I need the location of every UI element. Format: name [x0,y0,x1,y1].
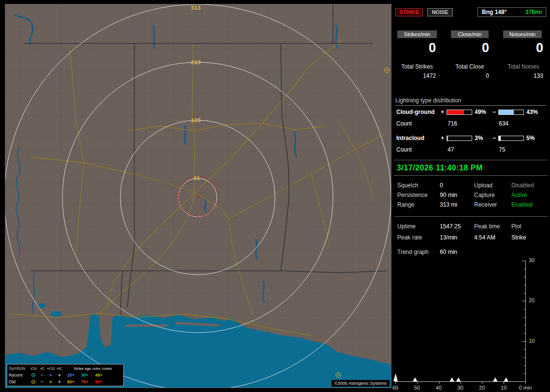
trend-x-tick [417,382,418,384]
upload-label: Upload [474,182,492,189]
strike-indicator-button[interactable]: STRIKE [395,8,423,16]
legend-col-neg-cg: -CG [29,366,38,371]
peak-rate-label: Peak rate [397,234,422,241]
trend-y-tick [524,357,525,358]
age-75: 75+ [78,379,92,384]
trend-x-tick [395,382,396,384]
trend-y-tick [522,341,525,342]
trend-y-tick [522,301,525,301]
total-strikes-label: Total Strikes [395,63,439,70]
trend-y-tick [524,333,525,334]
nexstorm-window: 313 219 125 31 Symbols -CG -IC +CG +IC S… [0,0,550,392]
trend-x-tick-label: 60 [386,385,405,391]
plot-label: Plot [511,223,521,230]
barrier-island [125,324,168,327]
age-15: 15+ [64,373,78,378]
capture-label: Capture [474,192,495,198]
pos-ic-count: 47 [448,146,454,153]
neg-cg-recent-icon [29,373,38,378]
trend-x-tick [504,382,504,384]
copyright-notice: ©2005 Astrogenic Systems [332,380,390,387]
neg-ic-old-icon [38,379,46,384]
uptime-value: 1547:25 [440,223,461,230]
plus-sign: + [441,135,444,141]
trend-y-tick [522,261,525,261]
noises-per-min-value: 0 [506,41,543,55]
uptime-label: Uptime [397,223,416,230]
pos-ic-old-icon [55,379,64,384]
age-90: 90+ [92,379,106,384]
range-ring-label: 313 [191,5,201,11]
pos-ic-bar [447,136,472,141]
trend-period-value: 60 min [440,249,457,255]
trend-y-tick [524,285,525,285]
age-60: 60+ [64,379,78,384]
legend-recent-label: Recent [9,373,29,378]
ic-count-label: Count [396,146,412,153]
trend-y-tick-label: 20 [529,297,535,303]
pos-cg-count: 716 [448,120,457,127]
range-ring-label: 125 [191,118,201,123]
persistence-label: Persistence [397,192,428,198]
range-value: 313 mi [440,201,457,208]
plus-sign: + [441,109,444,115]
total-strikes-value: 1472 [398,72,436,79]
trend-y-tick [524,269,525,269]
strikes-per-min-value: 0 [398,41,436,55]
trend-x-tick [482,382,482,384]
trend-y-tick [524,325,525,325]
divider [394,216,548,217]
noise-indicator-button[interactable]: NOISE [427,8,453,16]
cloud-ground-label: Cloud-ground [396,109,434,115]
trend-graph-label: Trend graph [397,249,429,255]
bearing-range-value: 378mi [525,9,542,15]
trend-y-tick-label: 30 [529,257,535,263]
peak-time-value: 4:54 AM [474,234,495,241]
trend-spike [493,378,497,381]
range-ring-label: 31 [193,176,200,181]
trend-y-tick [524,277,525,277]
trend-graph: 6050403020100 min302010 [395,261,549,388]
trend-spike [456,378,461,381]
age-30: 30+ [78,373,92,378]
radar-map[interactable]: 313 219 125 31 Symbols -CG -IC +CG +IC S… [5,4,391,388]
legend-col-pos-ic: +IC [55,366,64,371]
neg-cg-percent: 43% [526,109,538,115]
trend-spike [504,378,508,381]
neg-cg-old-icon [29,379,38,384]
legend-old-label: Old [9,379,29,384]
pos-cg-bar [447,110,472,115]
peak-time-label: Peak time [474,223,500,230]
bearing-display: Bng 148° 378mi [478,7,546,17]
minus-sign: − [492,135,496,141]
receiver-label: Receiver [474,201,497,208]
pos-ic-recent-icon [55,373,64,378]
squelch-label: Squelch [397,182,418,189]
trend-y-tick [524,309,525,309]
persistence-value: 90 min [440,192,457,198]
noises-per-min-label: Noises/min [503,30,542,38]
trend-x-tick-label: 40 [429,385,449,391]
trend-y-tick-label: 10 [529,338,535,344]
intracloud-label: Intracloud [396,135,424,141]
plot-value: Strike [511,234,526,241]
legend-col-pos-cg: +CG [46,366,55,371]
total-close-value: 0 [451,72,489,79]
close-per-min-value: 0 [451,41,489,55]
trend-x-tick-label: 20 [472,385,492,391]
trend-y-tick [524,349,525,350]
total-noises-value: 133 [506,72,543,79]
pos-cg-old-icon [46,379,55,384]
map-canvas: 313 219 125 31 [5,4,391,388]
distribution-section-title: Lightning type distribution [395,97,546,106]
total-close-label: Total Close [449,63,490,70]
trend-x-tick [439,382,439,384]
neg-ic-bar [498,136,524,141]
legend-col-neg-ic: -IC [38,366,46,371]
upload-value: Disabled [511,182,534,189]
trend-y-axis [525,261,526,382]
pos-ic-percent: 3% [475,135,483,141]
trend-x-tick [461,382,461,384]
datetime-display: 3/17/2026 11:40:18 PM [394,160,548,176]
legend-age-header: Strike age color codes [64,366,122,371]
